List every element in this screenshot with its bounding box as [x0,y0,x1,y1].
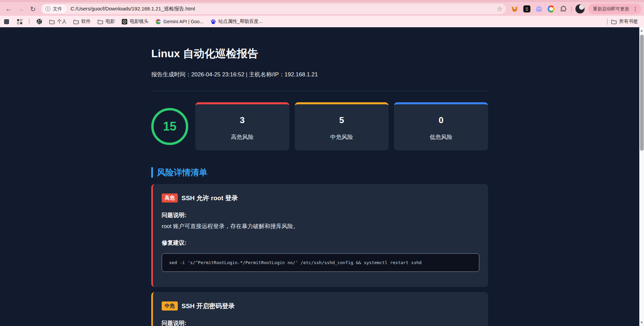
section-header: 风险详情清单 [151,167,488,178]
problem-label: 问题说明: [162,319,479,326]
bookmark-star-icon[interactable]: ☆ [497,5,502,13]
extensions-puzzle-button[interactable] [557,4,569,14]
risk-card-ssh-root-login: 高危 SSH 允许 root 登录 问题说明: root 账户可直接远程登录，存… [151,184,488,287]
reload-button[interactable]: ↻ [27,3,39,15]
bookmark-label: 软件 [81,19,91,25]
all-bookmarks-button[interactable]: 所有书签 [611,19,638,25]
url-text[interactable]: C:/Users/guocf/Downloads/192.168.1.21_巡检… [71,6,494,12]
bookmark-folder-movies[interactable]: 电影 [97,19,115,25]
file-chip-label: 文件 [53,6,62,12]
section-title: 风险详情清单 [157,167,207,178]
bookmark-label: 电影镜头 [130,19,149,25]
scrollbar-down-arrow[interactable] [640,322,643,324]
update-browser-button[interactable]: 重新启动即可更新 ⋮ [588,4,641,14]
risk-level-badge: 中危 [162,301,178,311]
section-accent-bar [151,167,153,178]
bookmark-folder-personal[interactable]: 个人 [49,19,67,25]
bookmark-label: 个人 [57,19,67,25]
report-meta: 报告生成时间：2026-04-25 23:16:52 | 主机名称/IP：192… [151,71,488,78]
summary-card-high: 3 高危风险 [195,102,289,150]
ghost-icon [536,6,542,12]
toolbar-separator [571,6,572,12]
high-risk-label: 高危风险 [195,133,289,141]
color-ring-icon [548,5,555,12]
phantom-extension-icon[interactable] [533,4,545,14]
all-bookmarks-label: 所有书签 [619,19,638,25]
scrollbar-thumb[interactable] [640,35,644,151]
file-scheme-chip[interactable]: i 文件 [42,5,67,13]
bookmark-dark-square[interactable] [3,18,10,26]
summary-row: 15 3 高危风险 5 中危风险 0 低危风险 [151,102,488,150]
medium-risk-count: 5 [295,115,389,125]
profile-avatar[interactable] [575,4,585,14]
dark-square-icon [4,19,9,24]
total-risk-circle: 15 [151,108,188,145]
bookmarks-bar: 个人 软件 电影 电影镜头 Gemini API | Goo... [0,16,644,27]
problem-text: root 账户可直接远程登录，存在暴力破解和撞库风险。 [162,222,479,230]
risk-title: SSH 开启密码登录 [182,302,235,311]
folder-icon [611,19,617,24]
color-ring-extension-icon[interactable] [545,4,557,14]
bookmark-folder-software[interactable]: 软件 [73,19,91,25]
bookmark-apps-grid[interactable] [17,19,22,24]
problem-label: 问题说明: [162,211,479,219]
globe-icon [36,19,42,25]
scrollbar-up-arrow[interactable] [640,30,643,32]
risk-level-badge: 高危 [162,193,178,203]
high-risk-count: 3 [195,115,289,125]
folder-icon [73,19,79,24]
risk-card-ssh-password-login: 中危 SSH 开启密码登录 问题说明: SSH 允许密码登录，公网服务器更容易受… [151,292,488,326]
menu-kebab-icon[interactable]: ⋮ [633,6,638,12]
divider [151,91,488,91]
bookmark-label: 电影 [106,19,115,25]
address-bar[interactable]: i 文件 C:/Users/guocf/Downloads/192.168.1.… [41,4,506,14]
fix-label: 修复建议: [162,239,479,247]
page-title: Linux 自动化巡检报告 [151,46,488,61]
metamask-extension-icon[interactable] [509,4,521,14]
risk-title: SSH 允许 root 登录 [182,194,238,203]
low-risk-count: 0 [394,115,488,125]
folder-icon [97,19,103,24]
back-button[interactable]: ← [3,3,15,15]
puzzle-icon [560,5,567,12]
bookmarks-separator [29,19,30,25]
bookmark-globe[interactable] [36,19,42,25]
page-viewport: Linux 自动化巡检报告 报告生成时间：2026-04-25 23:16:52… [0,27,644,326]
info-icon[interactable]: i [45,6,50,11]
update-button-label: 重新启动即可更新 [593,6,629,12]
bookmark-label: Gemini API | Goo... [163,19,204,24]
fox-icon [511,6,518,12]
grid-icon [17,19,22,24]
bookmarks-separator-right [607,19,608,25]
bookmark-gemini[interactable]: Gemini API | Goo... [155,19,204,25]
total-risk-count: 15 [163,119,176,134]
bookmark-baidu[interactable]: 站点属性_帮助百度... [210,19,263,25]
bookmark-label: 站点属性_帮助百度... [218,19,263,25]
summary-card-low: 0 低危风险 [394,102,488,150]
folder-icon [49,19,55,24]
baidu-paw-icon [210,19,216,25]
camera-lens-icon [122,19,127,25]
forward-button[interactable]: → [15,3,27,15]
browser-toolbar: ← → ↻ i 文件 C:/Users/guocf/Downloads/192.… [0,2,644,16]
page-scrollbar[interactable] [639,27,644,326]
low-risk-label: 低危风险 [394,133,488,141]
summary-card-medium: 5 中危风险 [295,102,389,150]
medium-risk-label: 中危风险 [295,133,389,141]
dark-extension-icon[interactable]: ∧∧∧∧ [521,4,533,14]
report-container: Linux 自动化巡检报告 报告生成时间：2026-04-25 23:16:52… [151,27,488,326]
bookmark-movie-lens[interactable]: 电影镜头 [122,19,149,25]
google-g-icon [155,19,161,25]
zigzag-icon: ∧∧∧∧ [523,5,530,12]
fix-command-code: sed -i 's/^PermitRootLogin.*/PermitRootL… [162,253,479,272]
